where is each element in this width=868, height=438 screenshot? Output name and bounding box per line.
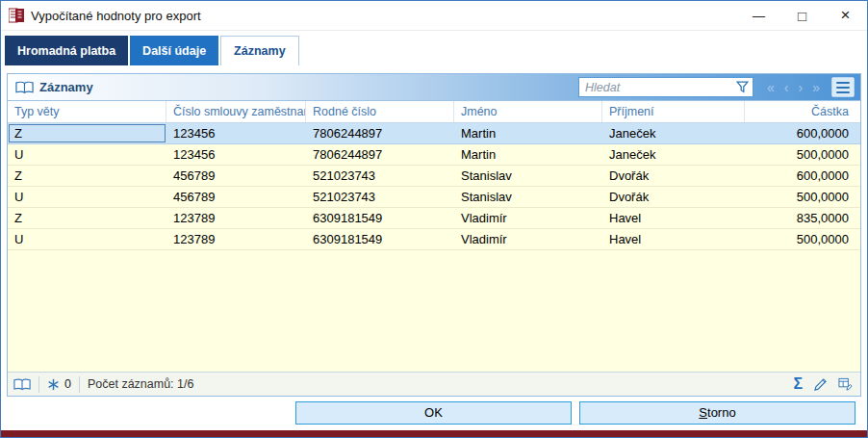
table-cell: 7806244897: [306, 123, 454, 143]
ok-button-label: OK: [296, 402, 571, 424]
table-cell: 123456: [166, 123, 306, 143]
table-row[interactable]: Z1234567806244897MartinJaneček600,0000: [8, 123, 860, 144]
title-bar: Vypočítané hodnoty pro export — □ ×: [1, 1, 867, 31]
panel-title: Záznamy: [39, 80, 93, 94]
table-cell: 600,0000: [745, 123, 860, 143]
column-header[interactable]: Číslo smlouvy zaměstnance: [166, 101, 306, 122]
table-row[interactable]: U456789521023743StanislavDvořák500,0000: [8, 187, 860, 208]
table-row[interactable]: U1234567806244897MartinJaneček500,0000: [8, 144, 860, 166]
table-cell: U: [8, 144, 166, 165]
search-box: [578, 77, 753, 97]
column-header[interactable]: Rodné číslo: [306, 101, 454, 122]
table-cell: 6309181549: [306, 229, 454, 249]
table-cell: 456789: [166, 166, 306, 186]
table-header-row: Typ větyČíslo smlouvy zaměstnanceRodné č…: [8, 101, 860, 123]
table-cell: Janeček: [602, 123, 745, 143]
next-record-icon[interactable]: ›: [799, 78, 804, 97]
table-cell: Havel: [602, 229, 745, 249]
record-navigation: « ‹ › »: [767, 78, 820, 97]
table-row[interactable]: U1237896309181549VladimírHavel500,0000: [8, 229, 860, 250]
records-panel: Záznamy « ‹ › » Typ větyČíslo smlouvy za…: [7, 73, 861, 397]
record-count-label: Počet záznamů: 1/6: [88, 377, 193, 391]
book-icon[interactable]: [13, 378, 31, 391]
column-header[interactable]: Příjmení: [602, 101, 745, 122]
app-icon: [9, 8, 24, 23]
table-cell: Z: [8, 123, 166, 143]
table-cell: 7806244897: [306, 144, 454, 165]
table-row[interactable]: Z456789521023743StanislavDvořák600,0000: [8, 166, 860, 187]
pencil-icon[interactable]: [814, 378, 827, 391]
prev-record-icon[interactable]: ‹: [784, 78, 789, 97]
table-cell: 500,0000: [745, 229, 860, 249]
table-cell: Stanislav: [454, 166, 602, 186]
table-cell: 123789: [166, 229, 306, 249]
table-cell: Vladimír: [454, 229, 602, 249]
dialog-window: Vypočítané hodnoty pro export — □ × Hrom…: [0, 0, 868, 438]
sum-icon[interactable]: Σ: [793, 376, 803, 392]
storno-button-label: Storno: [580, 402, 855, 424]
storno-button[interactable]: Storno: [579, 401, 855, 425]
table-cell: Z: [8, 166, 166, 186]
ok-button[interactable]: OK: [295, 401, 572, 425]
table-cell: 521023743: [306, 187, 454, 207]
table-body: Z1234567806244897MartinJaneček600,0000U1…: [8, 123, 860, 372]
close-button[interactable]: ×: [824, 1, 867, 30]
panel-header: Záznamy « ‹ › »: [8, 74, 860, 101]
filter-funnel-icon[interactable]: [736, 81, 749, 93]
last-record-icon[interactable]: »: [812, 78, 820, 97]
table-cell: Vladimír: [454, 208, 602, 228]
table-cell: Dvořák: [602, 166, 745, 186]
window-title: Vypočítané hodnoty pro export: [31, 9, 201, 23]
tab-hromadna-platba[interactable]: Hromadná platba: [5, 36, 128, 65]
footer: OK Storno: [7, 397, 861, 430]
table-cell: 123456: [166, 144, 306, 165]
table-cell: 835,0000: [745, 208, 860, 228]
tab-zaznamy[interactable]: Záznamy: [220, 36, 299, 65]
bottom-accent-bar: [1, 430, 867, 437]
separator: [38, 376, 39, 393]
table-cell: Martin: [454, 144, 602, 165]
separator: [79, 376, 80, 393]
table-row[interactable]: Z1237896309181549VladimírHavel835,0000: [8, 208, 860, 229]
table-cell: U: [8, 187, 166, 207]
dialog-content: Záznamy « ‹ › » Typ větyČíslo smlouvy za…: [1, 65, 867, 430]
asterisk-count: 0: [64, 377, 71, 391]
tab-dalsi-udaje[interactable]: Další údaje: [130, 36, 218, 65]
table-cell: 123789: [166, 208, 306, 228]
book-icon: [15, 81, 34, 94]
export-grid-icon[interactable]: [838, 377, 853, 391]
table-cell: Janeček: [602, 144, 745, 165]
column-header[interactable]: Částka: [745, 101, 860, 122]
table-cell: 456789: [166, 187, 306, 207]
first-record-icon[interactable]: «: [767, 78, 775, 97]
status-bar: 0 Počet záznamů: 1/6 Σ: [8, 372, 860, 396]
search-input[interactable]: [578, 77, 753, 97]
minimize-button[interactable]: —: [737, 1, 780, 30]
column-header[interactable]: Jméno: [454, 101, 602, 122]
tab-bar: Hromadná platba Další údaje Záznamy: [1, 31, 867, 65]
table-cell: 521023743: [306, 166, 454, 186]
menu-icon[interactable]: [831, 77, 855, 97]
column-header[interactable]: Typ věty: [8, 101, 166, 122]
table-cell: U: [8, 229, 166, 249]
table-cell: Martin: [454, 123, 602, 143]
asterisk-icon[interactable]: [47, 378, 60, 391]
table-cell: 500,0000: [745, 187, 860, 207]
table-cell: Havel: [602, 208, 745, 228]
maximize-button[interactable]: □: [780, 1, 824, 30]
table-cell: Stanislav: [454, 187, 602, 207]
table-cell: Dvořák: [602, 187, 745, 207]
table-cell: 6309181549: [306, 208, 454, 228]
table-cell: Z: [8, 208, 166, 228]
table-cell: 500,0000: [745, 144, 860, 165]
table-cell: 600,0000: [745, 166, 860, 186]
